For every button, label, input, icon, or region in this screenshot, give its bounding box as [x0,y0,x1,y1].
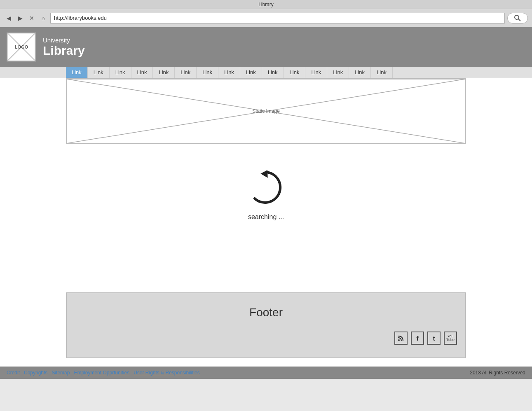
nav-link-9[interactable]: Link [262,67,284,78]
nav-link-3[interactable]: Link [131,67,153,78]
svg-line-1 [518,19,520,21]
logo-label: LOGO [15,44,28,49]
page-wrapper: LOGO University Library LinkLinkLinkLink… [0,27,532,379]
bottom-link-3[interactable]: Employment Opprtunities [74,370,129,376]
searching-label: searching ... [248,213,284,221]
nav-link-13[interactable]: Link [349,67,371,78]
rss-icon[interactable] [394,332,408,345]
bottom-link-4[interactable]: User Rights & Responsibilities [134,370,200,376]
university-name: University [43,37,85,44]
nav-link-7[interactable]: Link [218,67,240,78]
social-icons: ftYouTube [394,332,457,345]
searching-area: searching ... [66,144,466,245]
nav-link-4[interactable]: Link [153,67,175,78]
svg-point-9 [398,339,400,341]
browser-toolbar: ◀ ▶ ✕ ⌂ [0,9,532,27]
browser-title-bar: Library [0,0,532,9]
footer-title: Footer [249,306,283,319]
search-icon [514,14,521,22]
nav-link-5[interactable]: Link [175,67,197,78]
logo-box: LOGO [7,32,36,62]
bottom-links: CreditCopyrightsSitemapEmployment Opprtu… [7,370,200,376]
youtube-icon[interactable]: YouTube [444,332,457,345]
nav-bar: LinkLinkLinkLinkLinkLinkLinkLinkLinkLink… [0,67,532,78]
footer-bottom-spacer [0,358,532,367]
site-title: University Library [43,37,85,58]
bottom-bar: CreditCopyrightsSitemapEmployment Opprtu… [0,367,532,379]
browser-search-button[interactable] [507,13,528,23]
twitter-icon[interactable]: t [427,332,441,345]
loading-spinner-icon [248,169,285,206]
close-button[interactable]: ✕ [27,14,36,23]
static-image-banner: Static Image [66,78,466,144]
nav-link-2[interactable]: Link [110,67,131,78]
footer-spacer [0,284,532,292]
address-bar[interactable] [50,13,505,23]
nav-link-8[interactable]: Link [240,67,262,78]
forward-button[interactable]: ▶ [16,14,25,23]
nav-link-10[interactable]: Link [284,67,306,78]
nav-link-11[interactable]: Link [305,67,327,78]
home-button[interactable]: ⌂ [39,14,48,23]
main-content: Static Image searching ... [0,78,532,284]
bottom-link-0[interactable]: Credit [7,370,20,376]
nav-link-0[interactable]: Link [66,67,88,78]
bottom-link-1[interactable]: Copyrights [24,370,47,376]
nav-link-14[interactable]: Link [371,67,393,78]
bottom-link-2[interactable]: Sitemap [52,370,70,376]
site-header: LOGO University Library [0,27,532,67]
nav-link-6[interactable]: Link [197,67,218,78]
facebook-icon[interactable]: f [411,332,424,345]
nav-link-12[interactable]: Link [327,67,349,78]
copyright-text: 2013 All Rights Reserved [470,370,525,376]
back-button[interactable]: ◀ [4,14,13,23]
static-image-label: Static Image [252,108,280,114]
library-name: Library [43,44,85,58]
site-footer: Footer ftYouTube [66,292,466,358]
browser-title: Library [258,2,274,7]
nav-link-1[interactable]: Link [88,67,110,78]
svg-point-0 [515,15,519,19]
